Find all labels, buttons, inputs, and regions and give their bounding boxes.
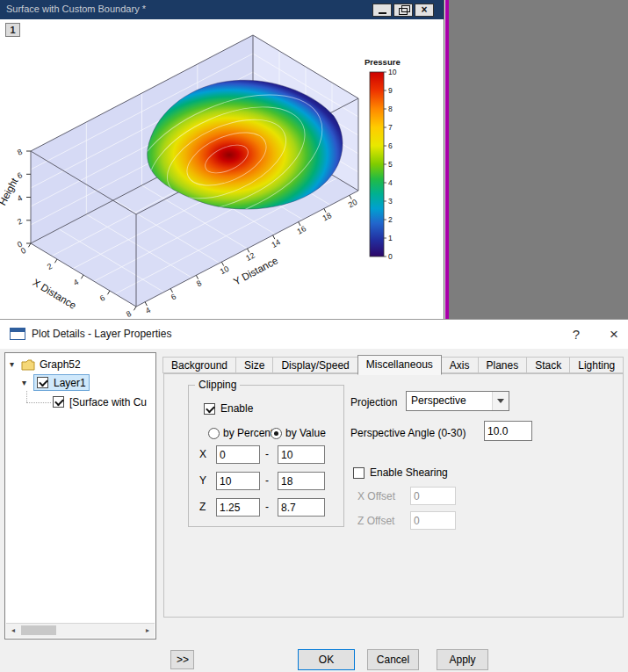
tree-item-graph[interactable]: ▾ Graph52 bbox=[5, 358, 155, 372]
layer-visible-checkbox[interactable] bbox=[37, 377, 48, 388]
surface-plot: 0 2 4 6 8 0 2 4 6 8 4 6 8 10 12 14 16 bbox=[0, 19, 444, 319]
svg-text:2: 2 bbox=[16, 217, 24, 227]
clip-y-label: Y bbox=[199, 474, 206, 487]
ok-button[interactable]: OK bbox=[298, 649, 355, 670]
perspective-angle-input[interactable] bbox=[484, 421, 532, 441]
restore-button[interactable] bbox=[393, 4, 413, 17]
tab-size[interactable]: Size bbox=[235, 357, 273, 373]
tab-planes[interactable]: Planes bbox=[478, 357, 528, 373]
svg-text:6: 6 bbox=[388, 141, 393, 150]
tab-lighting[interactable]: Lighting bbox=[569, 357, 624, 373]
close-icon: × bbox=[421, 4, 427, 16]
combo-arrow-area[interactable] bbox=[492, 392, 509, 410]
colorbar-title: Pressure bbox=[365, 57, 401, 67]
scroll-left-arrow-icon[interactable]: ◂ bbox=[6, 624, 20, 637]
tab-stack[interactable]: Stack bbox=[526, 357, 570, 373]
by-percent-radio[interactable] bbox=[208, 428, 220, 439]
svg-text:5: 5 bbox=[388, 160, 393, 169]
scroll-right-arrow-icon[interactable]: ▸ bbox=[141, 624, 155, 637]
tab-strip: Background Size Display/Speed Miscellane… bbox=[163, 356, 624, 373]
svg-text:4: 4 bbox=[388, 178, 393, 187]
svg-text:2: 2 bbox=[46, 262, 54, 271]
clip-z-to-input[interactable] bbox=[278, 498, 325, 517]
dialog-close-button[interactable]: × bbox=[603, 322, 625, 346]
svg-text:10: 10 bbox=[219, 264, 231, 277]
svg-text:2: 2 bbox=[388, 215, 393, 224]
projection-label: Projection bbox=[350, 396, 397, 408]
clip-y-from-input[interactable] bbox=[216, 472, 260, 490]
svg-text:8: 8 bbox=[388, 105, 393, 113]
clip-y-separator: - bbox=[265, 474, 269, 487]
svg-text:0: 0 bbox=[19, 246, 27, 256]
x-axis-label: X Distance bbox=[31, 277, 78, 311]
clip-y-to-input[interactable] bbox=[278, 472, 325, 490]
dialog-titlebar[interactable]: Plot Details - Layer Properties ? × bbox=[0, 320, 628, 349]
svg-text:20: 20 bbox=[347, 198, 359, 210]
clip-x-separator: - bbox=[265, 448, 269, 460]
clipping-enable-label: Enable bbox=[220, 402, 253, 415]
scroll-thumb[interactable] bbox=[21, 625, 56, 635]
perspective-angle-label: Perspective Angle (0-30) bbox=[350, 427, 466, 439]
dialog-title: Plot Details - Layer Properties bbox=[32, 328, 171, 340]
clip-z-from-input[interactable] bbox=[216, 498, 260, 517]
svg-text:7: 7 bbox=[388, 123, 393, 132]
tree-item-plot-label: [Surface with Cu bbox=[69, 396, 147, 408]
minimize-button[interactable] bbox=[372, 4, 392, 17]
chevron-down-icon bbox=[497, 399, 504, 403]
expander-icon[interactable]: ▾ bbox=[10, 360, 14, 369]
svg-text:18: 18 bbox=[321, 211, 334, 223]
svg-text:6: 6 bbox=[16, 170, 24, 180]
folder-icon bbox=[21, 358, 35, 371]
tree-horizontal-scrollbar[interactable]: ◂ ▸ bbox=[6, 623, 155, 638]
tab-axis[interactable]: Axis bbox=[441, 357, 479, 373]
tab-background[interactable]: Background bbox=[162, 357, 236, 373]
svg-text:12: 12 bbox=[244, 251, 256, 264]
plot-visible-checkbox[interactable] bbox=[53, 396, 64, 408]
close-button[interactable]: × bbox=[415, 4, 434, 17]
tree-item-plot[interactable]: [Surface with Cu bbox=[5, 394, 155, 409]
colorbar: Pressure 10 9 8 7 6 5 4 bbox=[365, 57, 401, 261]
svg-text:3: 3 bbox=[388, 197, 393, 206]
svg-text:0: 0 bbox=[388, 252, 393, 261]
expander-icon[interactable]: ▾ bbox=[22, 379, 26, 387]
restore-icon bbox=[399, 8, 408, 15]
tree-item-layer-label: Layer1 bbox=[54, 377, 86, 389]
clipping-enable-checkbox[interactable] bbox=[204, 403, 215, 415]
z-tick-labels: 0 2 4 6 8 bbox=[16, 148, 24, 249]
svg-text:4: 4 bbox=[16, 193, 24, 203]
clip-x-from-input[interactable] bbox=[216, 445, 260, 464]
by-value-radio[interactable] bbox=[271, 428, 282, 439]
z-offset-input bbox=[410, 511, 456, 530]
by-percent-label: by Percent bbox=[223, 427, 273, 439]
svg-text:4: 4 bbox=[144, 306, 152, 315]
dialog-close-icon: × bbox=[610, 326, 618, 343]
clip-z-label: Z bbox=[199, 501, 206, 513]
minimize-icon bbox=[379, 12, 386, 14]
graph-window-titlebar[interactable]: Surface with Custom Boundary * × bbox=[0, 0, 444, 19]
svg-text:14: 14 bbox=[270, 237, 282, 249]
by-value-label: by Value bbox=[285, 427, 326, 439]
plot-details-dialog: Plot Details - Layer Properties ? × ▾ Gr… bbox=[0, 319, 628, 672]
page-number-badge[interactable]: 1 bbox=[5, 23, 20, 37]
apply-button[interactable]: Apply bbox=[437, 649, 488, 670]
enable-shearing-checkbox[interactable] bbox=[353, 467, 365, 479]
tab-display-speed[interactable]: Display/Speed bbox=[272, 357, 357, 373]
svg-text:9: 9 bbox=[388, 86, 393, 95]
expand-button[interactable]: >> bbox=[170, 650, 194, 669]
x-offset-input bbox=[410, 487, 456, 505]
tab-miscellaneous[interactable]: Miscellaneous bbox=[357, 355, 442, 375]
z-axis-label: Height bbox=[0, 176, 20, 207]
dialog-icon bbox=[10, 328, 25, 340]
svg-text:16: 16 bbox=[296, 224, 308, 236]
help-button[interactable]: ? bbox=[565, 322, 588, 346]
cancel-button[interactable]: Cancel bbox=[367, 649, 419, 670]
x-offset-label: X Offset bbox=[357, 490, 395, 502]
workspace-background bbox=[449, 0, 628, 319]
clip-x-to-input[interactable] bbox=[278, 445, 325, 464]
projection-value: Perspective bbox=[411, 394, 466, 407]
projection-select[interactable]: Perspective bbox=[406, 391, 509, 411]
help-icon: ? bbox=[573, 327, 580, 342]
graph-window-title: Surface with Custom Boundary * bbox=[6, 4, 146, 14]
enable-shearing-label: Enable Shearing bbox=[370, 466, 448, 479]
tree-item-layer[interactable]: ▾ Layer1 bbox=[5, 376, 155, 391]
